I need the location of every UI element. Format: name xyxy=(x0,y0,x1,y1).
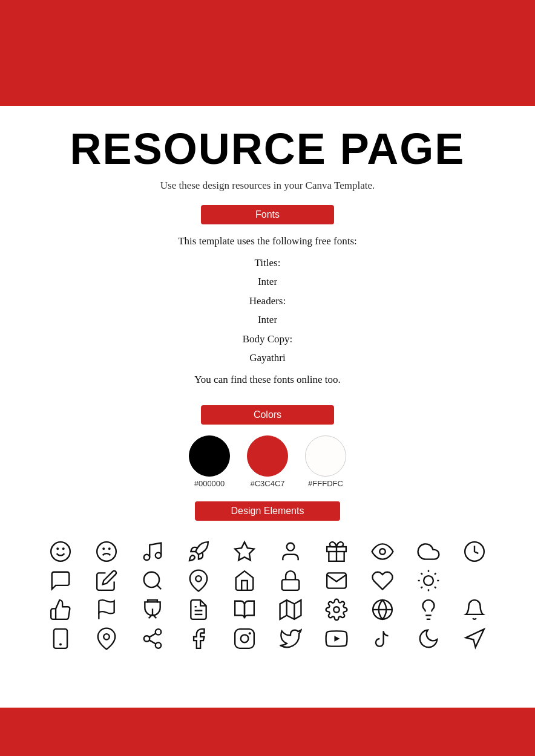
svg-point-14 xyxy=(144,572,159,587)
swatch-black-circle xyxy=(189,435,230,477)
svg-point-0 xyxy=(51,542,70,561)
icon-youtube xyxy=(313,627,359,650)
fonts-intro: This template uses the following free fo… xyxy=(178,235,357,247)
icon-twitter xyxy=(268,627,313,650)
design-elements-badge: Design Elements xyxy=(195,501,341,521)
icons-grid xyxy=(38,540,497,650)
swatch-red-label: #C3C4C7 xyxy=(250,479,284,488)
icon-pencil xyxy=(84,569,130,592)
colors-section: Colors #000000 #C3C4C7 #FFFDFC xyxy=(36,405,499,492)
svg-point-43 xyxy=(156,629,162,635)
icon-share xyxy=(130,627,176,650)
swatch-white-label: #FFFDFC xyxy=(308,479,343,488)
design-elements-section: Design Elements xyxy=(36,501,499,650)
icon-search xyxy=(130,569,176,592)
svg-point-44 xyxy=(144,636,150,642)
icon-lightbulb xyxy=(405,598,451,621)
fonts-section: Fonts This template uses the following f… xyxy=(36,205,499,399)
svg-line-46 xyxy=(149,640,156,644)
swatch-white-circle xyxy=(305,435,346,477)
icon-star xyxy=(222,540,268,563)
icon-home xyxy=(222,569,268,592)
icon-person xyxy=(268,540,313,563)
swatch-black: #000000 xyxy=(189,435,230,488)
icon-settings xyxy=(313,598,359,621)
icon-heart xyxy=(359,569,405,592)
icon-placeholder-r2 xyxy=(451,569,497,592)
icon-cloud xyxy=(405,540,451,563)
font-body-label: Body Copy: xyxy=(243,330,293,348)
swatch-red: #C3C4C7 xyxy=(247,435,288,488)
svg-point-7 xyxy=(156,552,162,558)
icon-moon xyxy=(405,627,451,650)
icon-smiley xyxy=(38,540,84,563)
icon-sun xyxy=(405,569,451,592)
font-list: Titles: Inter Headers: Inter Body Copy: … xyxy=(243,253,293,368)
icon-phone xyxy=(38,627,84,650)
svg-line-47 xyxy=(149,633,156,637)
swatch-red-circle xyxy=(247,435,288,477)
svg-line-21 xyxy=(421,573,422,574)
color-swatches: #000000 #C3C4C7 #FFFDFC xyxy=(189,435,346,488)
svg-point-3 xyxy=(97,542,116,561)
footer-banner xyxy=(0,708,535,756)
svg-point-42 xyxy=(103,634,110,640)
icon-globe xyxy=(359,598,405,621)
icon-clock xyxy=(451,540,497,563)
font-headers-value: Inter xyxy=(258,310,277,329)
font-headers-label: Headers: xyxy=(249,292,286,310)
icon-flag xyxy=(84,598,130,621)
icon-facebook xyxy=(176,627,222,650)
svg-line-25 xyxy=(421,587,422,588)
svg-point-18 xyxy=(424,576,433,585)
font-titles-label: Titles: xyxy=(255,253,281,272)
icon-speech-bubble xyxy=(38,569,84,592)
icon-bell xyxy=(451,598,497,621)
icon-trophy xyxy=(130,598,176,621)
svg-line-15 xyxy=(157,585,161,589)
fonts-note: You can find these fonts online too. xyxy=(194,374,340,386)
icon-book xyxy=(222,598,268,621)
icon-gift xyxy=(313,540,359,563)
svg-point-12 xyxy=(379,549,386,555)
colors-badge: Colors xyxy=(201,405,334,425)
icon-tiktok xyxy=(359,627,405,650)
svg-rect-17 xyxy=(282,579,300,590)
icon-map xyxy=(268,598,313,621)
svg-line-22 xyxy=(435,587,436,588)
svg-line-26 xyxy=(435,573,436,574)
page-subtitle: Use these design resources in your Canva… xyxy=(160,180,375,192)
swatch-white: #FFFDFC xyxy=(305,435,346,488)
icon-document xyxy=(176,598,222,621)
icon-pin xyxy=(176,569,222,592)
svg-point-16 xyxy=(195,576,202,582)
icon-location-pin xyxy=(84,627,130,650)
svg-rect-48 xyxy=(235,629,254,648)
icon-lock xyxy=(268,569,313,592)
main-content: RESOURCE PAGE Use these design resources… xyxy=(0,106,535,708)
svg-marker-32 xyxy=(280,600,301,619)
svg-rect-29 xyxy=(148,600,157,602)
page-title: RESOURCE PAGE xyxy=(70,124,465,174)
font-titles-value: Inter xyxy=(258,272,277,291)
svg-point-6 xyxy=(144,554,150,560)
swatch-black-label: #000000 xyxy=(194,479,225,488)
icon-eye xyxy=(359,540,405,563)
svg-marker-8 xyxy=(235,542,254,560)
icon-instagram xyxy=(222,627,268,650)
icon-mail xyxy=(313,569,359,592)
fonts-badge: Fonts xyxy=(201,205,334,224)
svg-point-45 xyxy=(156,642,162,648)
icon-sad xyxy=(84,540,130,563)
icon-rocket xyxy=(176,540,222,563)
icon-thumbsup xyxy=(38,598,84,621)
header-banner xyxy=(0,0,535,106)
icon-megaphone xyxy=(451,627,497,650)
svg-point-35 xyxy=(333,607,340,613)
font-body-value: Gayathri xyxy=(249,348,285,367)
icon-music xyxy=(130,540,176,563)
svg-marker-50 xyxy=(334,636,340,642)
svg-point-9 xyxy=(287,543,295,550)
